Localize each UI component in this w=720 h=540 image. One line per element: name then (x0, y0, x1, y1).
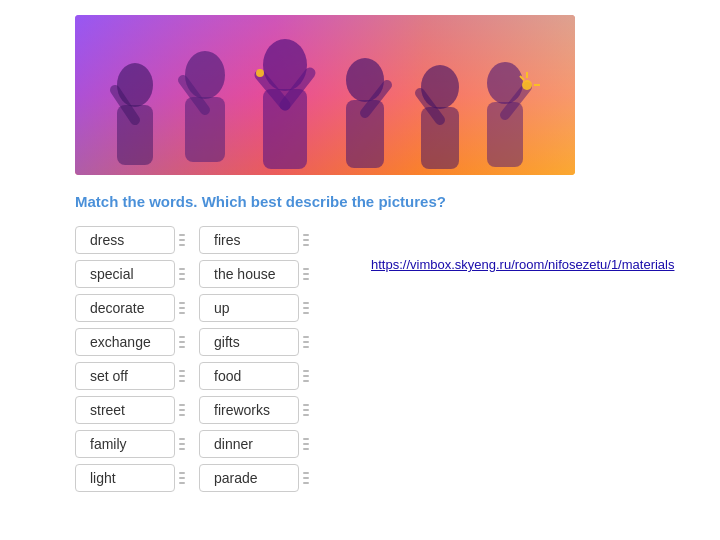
link-area: https://vimbox.skyeng.ru/room/nifosezetu… (371, 256, 674, 272)
word-box[interactable]: dinner (199, 430, 299, 458)
word-item: up (199, 294, 311, 322)
word-box[interactable]: food (199, 362, 299, 390)
drag-handle[interactable] (303, 467, 311, 489)
left-gutter (0, 0, 75, 540)
drag-handle[interactable] (179, 365, 187, 387)
drag-handle[interactable] (303, 331, 311, 353)
word-item: dress (75, 226, 187, 254)
page-container: Match the words. Which best describe the… (0, 0, 720, 540)
word-item: exchange (75, 328, 187, 356)
drag-handle[interactable] (179, 399, 187, 421)
words-column-1: dressspecialdecorateexchangeset offstree… (75, 226, 187, 492)
word-item: set off (75, 362, 187, 390)
word-box[interactable]: set off (75, 362, 175, 390)
word-box[interactable]: family (75, 430, 175, 458)
svg-point-12 (256, 69, 264, 77)
word-box[interactable]: light (75, 464, 175, 492)
word-box[interactable]: parade (199, 464, 299, 492)
word-box[interactable]: gifts (199, 328, 299, 356)
vimbox-link[interactable]: https://vimbox.skyeng.ru/room/nifosezetu… (371, 257, 674, 272)
word-item: fireworks (199, 396, 311, 424)
svg-point-22 (522, 80, 532, 90)
word-box[interactable]: up (199, 294, 299, 322)
main-content: Match the words. Which best describe the… (75, 0, 720, 540)
drag-handle[interactable] (303, 399, 311, 421)
word-box[interactable]: dress (75, 226, 175, 254)
word-item: food (199, 362, 311, 390)
drag-handle[interactable] (179, 229, 187, 251)
drag-handle[interactable] (303, 297, 311, 319)
bottom-section: dressspecialdecorateexchangeset offstree… (75, 226, 705, 492)
hero-svg (75, 15, 575, 175)
word-item: special (75, 260, 187, 288)
word-item: the house (199, 260, 311, 288)
word-item: dinner (199, 430, 311, 458)
word-item: family (75, 430, 187, 458)
words-column-2: firesthe houseupgiftsfoodfireworksdinner… (199, 226, 311, 492)
word-item: decorate (75, 294, 187, 322)
word-item: gifts (199, 328, 311, 356)
drag-handle[interactable] (179, 297, 187, 319)
word-box[interactable]: decorate (75, 294, 175, 322)
drag-handle[interactable] (303, 433, 311, 455)
word-item: light (75, 464, 187, 492)
drag-handle[interactable] (179, 331, 187, 353)
drag-handle[interactable] (179, 263, 187, 285)
drag-handle[interactable] (179, 467, 187, 489)
word-box[interactable]: the house (199, 260, 299, 288)
hero-image (75, 15, 575, 175)
word-box[interactable]: fires (199, 226, 299, 254)
instruction-text: Match the words. Which best describe the… (75, 193, 705, 210)
word-box[interactable]: exchange (75, 328, 175, 356)
drag-handle[interactable] (303, 229, 311, 251)
word-item: street (75, 396, 187, 424)
drag-handle[interactable] (303, 365, 311, 387)
word-item: fires (199, 226, 311, 254)
word-item: parade (199, 464, 311, 492)
word-box[interactable]: special (75, 260, 175, 288)
word-box[interactable]: street (75, 396, 175, 424)
words-grid: dressspecialdecorateexchangeset offstree… (75, 226, 311, 492)
drag-handle[interactable] (179, 433, 187, 455)
drag-handle[interactable] (303, 263, 311, 285)
word-box[interactable]: fireworks (199, 396, 299, 424)
